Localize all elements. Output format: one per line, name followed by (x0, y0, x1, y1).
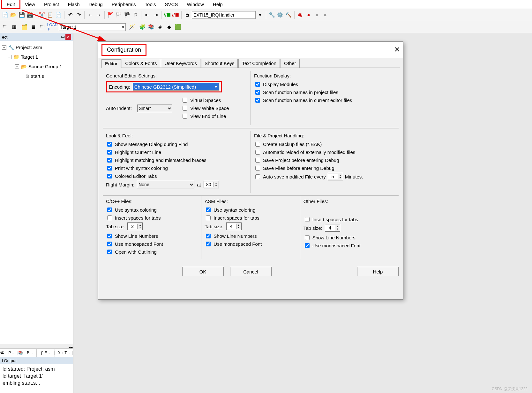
cc-tab-spin[interactable]: ▴▾ (127, 222, 143, 230)
copy-icon[interactable]: 📋 (46, 11, 54, 19)
cut-icon[interactable]: ✂️ (38, 11, 46, 19)
record-red-icon[interactable]: ● (305, 11, 312, 19)
combo-drop-icon[interactable]: ▾ (256, 11, 264, 19)
uncomment-icon[interactable]: //≣ (172, 11, 179, 19)
indent-right-icon[interactable]: ⇥ (152, 11, 159, 19)
ok-button[interactable]: OK (182, 267, 224, 276)
wand-icon[interactable]: 🪄 (128, 23, 136, 31)
asm-linenum-check[interactable] (206, 234, 211, 238)
menu-edit[interactable]: Edit (1, 0, 20, 9)
scan-project-check[interactable] (255, 90, 260, 95)
bookmark-clear-icon[interactable]: ⚐ (131, 11, 139, 19)
menu-window[interactable]: Window (182, 0, 208, 8)
sidebar-close-icon[interactable]: ✕ (65, 34, 71, 40)
cc-syntax-check[interactable] (107, 207, 112, 212)
manage-icon[interactable]: 🧩 (139, 23, 146, 31)
scan-editor-check[interactable] (255, 98, 260, 103)
cc-outline-check[interactable] (107, 250, 112, 254)
new-icon[interactable]: 📄 (1, 11, 9, 19)
translate-icon[interactable]: ⬚ (1, 23, 9, 31)
sidebar-dock-icon[interactable]: ▭ (61, 34, 65, 40)
debug-start-icon[interactable]: ◉ (296, 11, 304, 19)
tab-completion[interactable]: Text Completion (238, 59, 280, 68)
bookmark-next-icon[interactable]: 🏴 (123, 11, 131, 19)
encoding-select[interactable]: Chinese GB2312 (Simplified)▾ (133, 83, 219, 91)
rebuild-icon[interactable]: ⚙️ (276, 11, 284, 19)
open-icon[interactable]: 📂 (10, 11, 17, 19)
view-eol-check[interactable] (183, 114, 187, 119)
menu-debug[interactable]: Debug (84, 0, 107, 8)
project-tree[interactable]: −🔧 Project: asm −📁 Target 1 −📂 Source Gr… (0, 41, 73, 345)
bookmark-prev-icon[interactable]: 🏳️ (115, 11, 123, 19)
tab-functions[interactable]: {} F... (37, 349, 55, 357)
print-syntax-check[interactable] (107, 166, 112, 171)
nav-back-icon[interactable]: ← (86, 11, 94, 19)
auto-reload-check[interactable] (255, 150, 260, 155)
view-white-check[interactable] (183, 106, 187, 111)
tab-shortcuts[interactable]: Shortcut Keys (201, 59, 238, 68)
close-icon[interactable]: ✕ (394, 46, 400, 54)
download-icon[interactable]: LOAD⬇ (49, 23, 56, 31)
paste-icon[interactable]: 📄 (55, 11, 62, 19)
tab-other[interactable]: Other (281, 59, 300, 68)
right-margin-select[interactable]: None (137, 181, 194, 188)
asm-spaces-check[interactable] (206, 215, 211, 220)
build-icon[interactable]: 🔧 (268, 11, 276, 19)
target-select[interactable]: Target 1 (59, 23, 126, 31)
record-gray2-icon[interactable]: ● (321, 11, 329, 19)
other-spaces-check[interactable] (305, 217, 310, 222)
other-mono-check[interactable] (305, 243, 310, 248)
scroll-right-icon[interactable]: ▸ (71, 345, 73, 348)
tab-books[interactable]: 📚 B... (18, 349, 36, 357)
menu-flash[interactable]: Flash (64, 0, 84, 8)
scroll-left-icon[interactable]: ◂ (69, 345, 71, 348)
books-icon[interactable]: 📚 (147, 23, 155, 31)
bookmark-icon[interactable]: 🚩 (107, 11, 114, 19)
cancel-button[interactable]: Cancel (230, 267, 272, 276)
tab-templates[interactable]: 0→ T... (55, 349, 73, 357)
stop-build-icon[interactable]: ⬚ (38, 23, 46, 31)
tab-keywords[interactable]: User Keywords (161, 59, 200, 68)
menu-project[interactable]: Project (40, 0, 64, 8)
asm-syntax-check[interactable] (206, 207, 211, 212)
asm-tab-spin[interactable]: ▴▾ (226, 222, 242, 230)
indent-left-icon[interactable]: ⇤ (143, 11, 151, 19)
other-tab-spin[interactable]: ▴▾ (325, 224, 340, 232)
irq-handler-combo[interactable]: EXTI15_IRQHandler (192, 11, 256, 19)
autosave-spin[interactable]: ▴▾ (328, 173, 343, 180)
pack-icon[interactable]: ◈ (156, 23, 164, 31)
config-icon[interactable]: ◆ (165, 23, 173, 31)
save-icon[interactable]: 💾 (18, 11, 26, 19)
help-button[interactable]: Help (357, 267, 399, 276)
nav-fwd-icon[interactable]: → (95, 11, 102, 19)
menu-tools[interactable]: Tools (140, 0, 161, 8)
menu-view[interactable]: View (20, 0, 40, 8)
save-files-check[interactable] (255, 166, 260, 171)
display-modules-check[interactable] (255, 82, 260, 87)
tab-project[interactable]: 📽 P... (0, 349, 18, 357)
backup-check[interactable] (255, 142, 260, 147)
auto-indent-select[interactable]: Smart (137, 105, 172, 112)
menu-peripherals[interactable]: Peripherals (107, 0, 140, 8)
save-all-icon[interactable]: 🗃️ (26, 11, 34, 19)
comment-icon[interactable]: //≣ (163, 11, 171, 19)
tab-editor[interactable]: Editor (101, 59, 121, 68)
batch-build-icon[interactable]: ≣ (29, 23, 37, 31)
rte-icon[interactable]: 🟩 (174, 23, 182, 31)
margin-at-spin[interactable]: ▴▾ (204, 181, 219, 188)
highlight-braces-check[interactable] (107, 158, 112, 163)
autosave-check[interactable] (255, 174, 260, 179)
cc-mono-check[interactable] (107, 242, 112, 246)
cc-spaces-check[interactable] (107, 215, 112, 220)
rebuild-all-icon[interactable]: 🗂️ (20, 23, 28, 31)
options-icon[interactable]: 🔨 (285, 11, 292, 19)
asm-mono-check[interactable] (206, 242, 211, 246)
virtual-spaces-check[interactable] (183, 98, 187, 103)
cc-linenum-check[interactable] (107, 234, 112, 238)
msg-dialog-check[interactable] (107, 142, 112, 147)
tab-colors[interactable]: Colors & Fonts (122, 59, 160, 68)
other-linenum-check[interactable] (305, 235, 310, 240)
file-icon[interactable]: 🗎 (184, 11, 191, 19)
menu-help[interactable]: Help (208, 0, 227, 8)
menu-svcs[interactable]: SVCS (161, 0, 183, 8)
